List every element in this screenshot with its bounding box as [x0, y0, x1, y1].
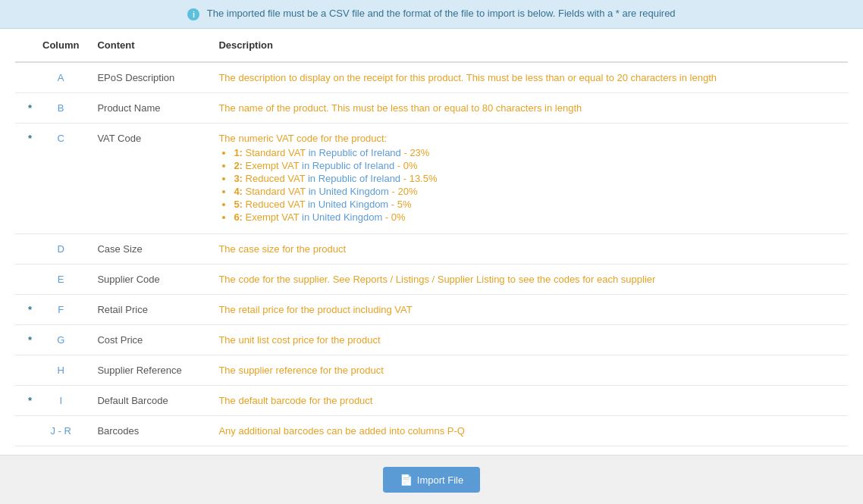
header-required: [15, 29, 33, 62]
required-star: *: [15, 123, 33, 233]
import-file-button[interactable]: 📄 Import File: [383, 467, 480, 493]
vat-list-item: 6: Exempt VAT in United Kingdom - 0%: [234, 211, 839, 223]
header-content: Content: [88, 29, 209, 62]
column-letter: G: [33, 324, 88, 355]
vat-list-item: 5: Reduced VAT in United Kingdom - 5%: [234, 199, 839, 210]
required-star: [15, 355, 33, 385]
table-row: *FRetail PriceThe retail price for the p…: [15, 294, 848, 324]
table-row: *BProduct NameThe name of the product. T…: [15, 92, 848, 123]
column-content: Barcodes: [88, 415, 209, 446]
banner-text: The imported file must be a CSV file and…: [207, 8, 676, 19]
column-letter: B: [33, 92, 88, 123]
table-row: ESupplier CodeThe code for the supplier.…: [15, 264, 848, 294]
column-content: Supplier Code: [88, 264, 209, 294]
required-star: *: [15, 385, 33, 415]
file-icon: 📄: [400, 474, 413, 486]
table-row: *GCost PriceThe unit list cost price for…: [15, 324, 848, 355]
required-star: *: [15, 294, 33, 324]
column-description: The unit list cost price for the product: [209, 324, 848, 355]
required-star: [15, 62, 33, 93]
column-content: VAT Code: [88, 123, 209, 233]
column-description: The numeric VAT code for the product:1: …: [209, 123, 848, 233]
column-letter: F: [33, 294, 88, 324]
footer-bar: 📄 Import File: [0, 455, 863, 504]
table-row: *IDefault BarcodeThe default barcode for…: [15, 385, 848, 415]
column-letter: I: [33, 385, 88, 415]
table-row: J - RBarcodesAny additional barcodes can…: [15, 415, 848, 446]
required-star: *: [15, 324, 33, 355]
column-description: The description to display on the receip…: [209, 62, 848, 93]
column-content: Retail Price: [88, 294, 209, 324]
column-content: EPoS Description: [88, 62, 209, 93]
vat-list-item: 1: Standard VAT in Republic of Ireland -…: [234, 147, 839, 158]
column-description: The supplier reference for the product: [209, 355, 848, 385]
column-content: Product Name: [88, 92, 209, 123]
info-icon: i: [187, 8, 199, 20]
column-content: Case Size: [88, 233, 209, 264]
column-letter: E: [33, 264, 88, 294]
column-description: The case size for the product: [209, 233, 848, 264]
info-banner: i The imported file must be a CSV file a…: [0, 0, 863, 29]
vat-list-item: 4: Standard VAT in United Kingdom - 20%: [234, 186, 839, 197]
header-column: Column: [33, 29, 88, 62]
column-letter: C: [33, 123, 88, 233]
table-row: HSupplier ReferenceThe supplier referenc…: [15, 355, 848, 385]
column-letter: J - R: [33, 415, 88, 446]
table-row: DCase SizeThe case size for the product: [15, 233, 848, 264]
required-star: [15, 233, 33, 264]
column-description: The retail price for the product includi…: [209, 294, 848, 324]
import-button-label: Import File: [417, 474, 463, 486]
required-star: [15, 415, 33, 446]
table-row: *CVAT CodeThe numeric VAT code for the p…: [15, 123, 848, 233]
header-description: Description: [209, 29, 848, 62]
column-letter: D: [33, 233, 88, 264]
column-description: The default barcode for the product: [209, 385, 848, 415]
column-content: Cost Price: [88, 324, 209, 355]
column-description: The name of the product. This must be le…: [209, 92, 848, 123]
table-row: AEPoS DescriptionThe description to disp…: [15, 62, 848, 93]
vat-list-item: 3: Reduced VAT in Republic of Ireland - …: [234, 173, 839, 184]
column-letter: H: [33, 355, 88, 385]
vat-list-item: 2: Exempt VAT in Republic of Ireland - 0…: [234, 160, 839, 171]
column-content: Supplier Reference: [88, 355, 209, 385]
column-description: The code for the supplier. See Reports /…: [209, 264, 848, 294]
column-letter: A: [33, 62, 88, 93]
column-content: Default Barcode: [88, 385, 209, 415]
required-star: *: [15, 92, 33, 123]
column-description: Any additional barcodes can be added int…: [209, 415, 848, 446]
required-star: [15, 264, 33, 294]
